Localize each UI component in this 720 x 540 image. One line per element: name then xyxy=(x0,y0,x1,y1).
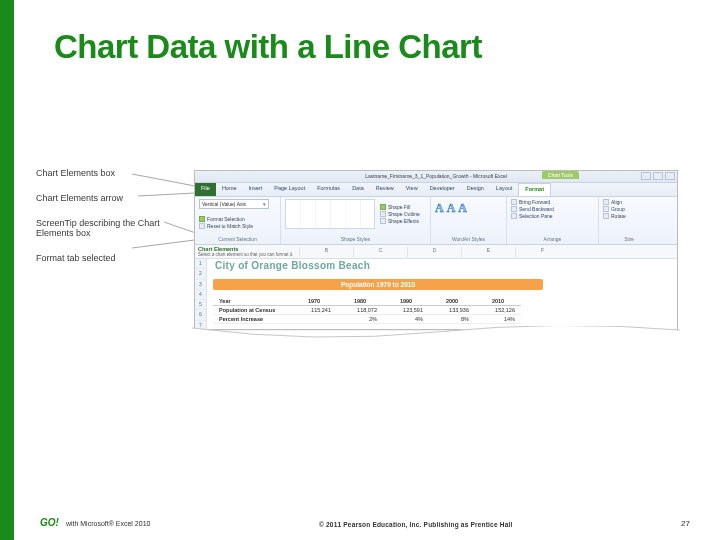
reset-icon xyxy=(199,223,205,229)
footer-product: with Microsoft® Excel 2010 xyxy=(66,520,151,527)
row-4[interactable]: 4 xyxy=(195,290,206,300)
group-align-size: Align Group Rotate Size xyxy=(599,197,659,244)
column-headers: B C D E F xyxy=(299,247,675,257)
format-selection-icon xyxy=(199,216,205,222)
callout-format-tab: Format tab selected xyxy=(36,253,196,264)
footer-left: GO! with Microsoft® Excel 2010 xyxy=(40,517,150,528)
reset-style-button[interactable]: Reset to Match Style xyxy=(199,223,276,229)
footer: GO! with Microsoft® Excel 2010 © 2011 Pe… xyxy=(40,517,690,528)
tab-layout[interactable]: Layout xyxy=(490,183,519,196)
tab-formulas[interactable]: Formulas xyxy=(311,183,346,196)
table-row: Percent Increase 2% 4% 8% 14% xyxy=(213,315,521,324)
group-button[interactable]: Group xyxy=(603,206,655,212)
rotate-button[interactable]: Rotate xyxy=(603,213,655,219)
tab-design[interactable]: Design xyxy=(461,183,490,196)
bring-forward-icon xyxy=(511,199,517,205)
row-6[interactable]: 6 xyxy=(195,310,206,320)
effects-icon xyxy=(380,218,386,224)
chart-tools-badge: Chart Tools xyxy=(542,171,579,179)
tab-view[interactable]: View xyxy=(400,183,424,196)
hdr-1990: 1990 xyxy=(383,297,429,306)
send-backward-icon xyxy=(511,206,517,212)
shape-styles-gallery[interactable] xyxy=(285,199,375,229)
callout-screentip: ScreenTip describing the Chart Elements … xyxy=(36,218,196,240)
row-2[interactable]: 2 xyxy=(195,269,206,279)
tab-review[interactable]: Review xyxy=(370,183,400,196)
ribbon-tabs: File Home Insert Page Layout Formulas Da… xyxy=(195,183,677,197)
data-table: Year 1970 1980 1990 2000 2010 Population… xyxy=(213,297,521,324)
excel-titlebar: Lastname_Firstname_3_1_Population_Growth… xyxy=(195,171,677,183)
sheet-content: City of Orange Blossom Beach Population … xyxy=(207,259,677,330)
callouts: Chart Elements box Chart Elements arrow … xyxy=(36,168,196,278)
window-buttons xyxy=(641,172,675,180)
group-icon xyxy=(603,206,609,212)
col-E[interactable]: E xyxy=(461,247,515,257)
row-headers: 1 2 3 4 5 6 7 xyxy=(195,259,207,330)
shape-outline-button[interactable]: Shape Outline xyxy=(380,211,420,217)
page-number: 27 xyxy=(681,519,690,528)
tab-data[interactable]: Data xyxy=(346,183,370,196)
hdr-1970: 1970 xyxy=(291,297,337,306)
callout-chart-elements-arrow: Chart Elements arrow xyxy=(36,193,196,204)
group-label-wordart: WordArt Styles xyxy=(435,236,502,242)
fill-icon xyxy=(380,204,386,210)
figure: Chart Elements box Chart Elements arrow … xyxy=(36,168,696,338)
window-title: Lastname_Firstname_3_1_Population_Growth… xyxy=(365,173,507,179)
excel-window: Lastname_Firstname_3_1_Population_Growth… xyxy=(194,170,678,330)
footer-copyright: © 2011 Pearson Education, Inc. Publishin… xyxy=(319,521,512,528)
tab-file[interactable]: File xyxy=(195,183,216,196)
tab-format[interactable]: Format xyxy=(518,183,551,196)
group-label-arrange: Arrange xyxy=(511,236,594,242)
group-label-shape-styles: Shape Styles xyxy=(285,236,426,242)
hdr-1980: 1980 xyxy=(337,297,383,306)
hdr-2010: 2010 xyxy=(475,297,521,306)
col-B[interactable]: B xyxy=(299,247,353,257)
group-arrange: Bring Forward Send Backward Selection Pa… xyxy=(507,197,599,244)
row-5[interactable]: 5 xyxy=(195,300,206,310)
send-backward-button[interactable]: Send Backward xyxy=(511,206,594,212)
hdr-2000: 2000 xyxy=(429,297,475,306)
chart-elements-screentip: Select a chart element so that you can f… xyxy=(198,253,293,258)
slide-title: Chart Data with a Line Chart xyxy=(54,28,482,66)
minimize-button[interactable] xyxy=(641,172,651,180)
callout-chart-elements-box: Chart Elements box xyxy=(36,168,196,179)
wordart-gallery[interactable]: AAA xyxy=(435,201,502,216)
shape-effects-button[interactable]: Shape Effects xyxy=(380,218,420,224)
close-button[interactable] xyxy=(665,172,675,180)
table-row: Population at Census 115,241 118,072 123… xyxy=(213,306,521,315)
selection-pane-button[interactable]: Selection Pane xyxy=(511,213,594,219)
ribbon: Vertical (Value) Axis ▾ Format Selection… xyxy=(195,197,677,245)
col-C[interactable]: C xyxy=(353,247,407,257)
row-3[interactable]: 3 xyxy=(195,280,206,290)
tab-home[interactable]: Home xyxy=(216,183,243,196)
col-F[interactable]: F xyxy=(515,247,569,257)
bring-forward-button[interactable]: Bring Forward xyxy=(511,199,594,205)
group-current-selection: Vertical (Value) Axis ▾ Format Selection… xyxy=(195,197,281,244)
tab-developer[interactable]: Developer xyxy=(424,183,461,196)
tab-insert[interactable]: Insert xyxy=(243,183,269,196)
sheet-title: City of Orange Blossom Beach xyxy=(215,260,370,271)
sheet-subtitle: Population 1970 to 2010 xyxy=(213,279,543,290)
shape-fill-button[interactable]: Shape Fill xyxy=(380,204,420,210)
col-D[interactable]: D xyxy=(407,247,461,257)
group-shape-styles: Shape Fill Shape Outline Shape Effects S… xyxy=(281,197,431,244)
chart-elements-box[interactable]: Vertical (Value) Axis ▾ xyxy=(199,199,269,209)
format-selection-button[interactable]: Format Selection xyxy=(199,216,276,222)
torn-edge xyxy=(192,326,680,344)
group-wordart-styles: AAA WordArt Styles xyxy=(431,197,507,244)
outline-icon xyxy=(380,211,386,217)
slide-page: Chart Data with a Line Chart Chart Eleme… xyxy=(0,0,720,540)
align-button[interactable]: Align xyxy=(603,199,655,205)
logo: GO! xyxy=(40,517,59,528)
maximize-button[interactable] xyxy=(653,172,663,180)
worksheet-grid[interactable]: 1 2 3 4 5 6 7 City of Orange Blossom Bea… xyxy=(195,259,677,330)
tab-page-layout[interactable]: Page Layout xyxy=(268,183,311,196)
chart-elements-strip: Chart Elements Select a chart element so… xyxy=(195,245,677,259)
align-icon xyxy=(603,199,609,205)
pane-icon xyxy=(511,213,517,219)
group-label-current: Current Selection xyxy=(199,236,276,242)
hdr-year: Year xyxy=(213,297,291,306)
row-1[interactable]: 1 xyxy=(195,259,206,269)
chart-elements-value: Vertical (Value) Axis xyxy=(202,201,246,207)
chevron-down-icon[interactable]: ▾ xyxy=(263,201,266,207)
